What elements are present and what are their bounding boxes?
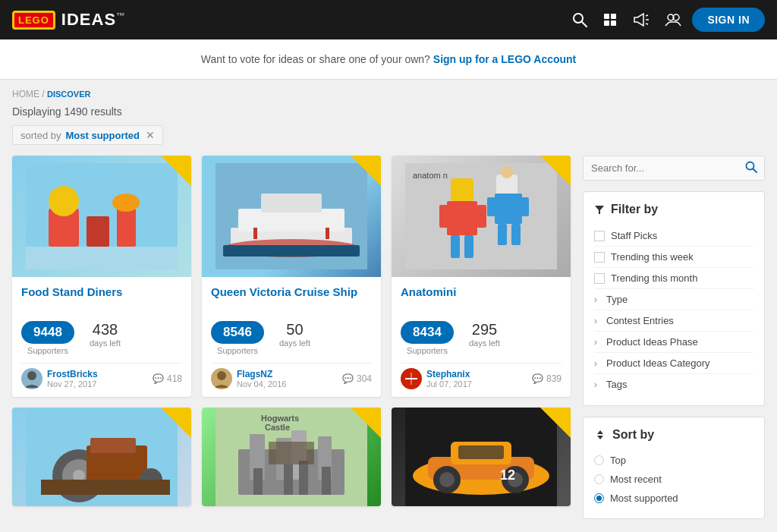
sidebar-search-icon[interactable] (745, 161, 757, 176)
card-stats: 8546 Supporters 50 days left (211, 321, 372, 355)
svg-rect-40 (487, 197, 495, 216)
svg-rect-65 (299, 461, 308, 495)
supporters-stat: 8434 Supporters (401, 321, 454, 355)
bookmark-badge (161, 156, 191, 186)
banner-text: Want to vote for ideas or share one of y… (201, 53, 430, 65)
author-date: Nov 04, 2016 (237, 379, 286, 389)
card-image-food (12, 156, 191, 277)
card-title[interactable]: Queen Victoria Cruise Ship (211, 285, 372, 312)
filter-item-type[interactable]: › Type (594, 289, 753, 310)
grid-icon (602, 12, 618, 27)
card-title[interactable]: Anatomini (401, 285, 562, 312)
bookmark-badge (540, 408, 571, 438)
svg-rect-41 (521, 197, 529, 216)
svg-rect-23 (261, 194, 322, 212)
content-area: Food Stand Diners 9448 Supporters 438 da… (12, 156, 765, 519)
filter-icon (594, 204, 605, 215)
filter-tag-value: Most supported (65, 130, 140, 141)
lego-logo: LEGO (12, 11, 55, 30)
card-author: Stephanix Jul 07, 2017 (401, 368, 472, 389)
card-image-anatomini: anatom n (392, 156, 571, 277)
sort-item-top[interactable]: Top (594, 451, 753, 470)
days-left-stat: 50 days left (279, 321, 310, 348)
author-avatar (21, 368, 42, 389)
svg-rect-64 (284, 464, 293, 495)
author-name[interactable]: FlagsNZ (237, 369, 286, 379)
breadcrumb-current: DISCOVER (47, 90, 90, 99)
svg-rect-32 (447, 201, 477, 235)
sort-section: Sort by Top Most recent Most supported (583, 417, 765, 519)
svg-marker-80 (595, 206, 604, 214)
supporters-label: Supporters (27, 346, 68, 355)
svg-marker-82 (597, 436, 603, 439)
tags-chevron-icon: › (594, 379, 597, 390)
filter-item-category[interactable]: › Product Ideas Category (594, 353, 753, 374)
sort-radio-most-supported[interactable] (594, 493, 604, 503)
svg-line-7 (646, 15, 648, 16)
card-image-car: 12 (392, 408, 571, 506)
svg-rect-52 (90, 438, 136, 453)
sort-item-recent[interactable]: Most recent (594, 470, 753, 489)
sort-radio-top[interactable] (594, 455, 604, 465)
svg-point-14 (49, 186, 79, 216)
svg-rect-77 (458, 445, 504, 459)
trending-week-checkbox[interactable] (594, 252, 605, 263)
sort-label-most-supported: Most supported (610, 493, 678, 504)
sidebar-search-input[interactable] (583, 156, 765, 181)
filter-item-phase[interactable]: › Product Ideas Phase (594, 332, 753, 353)
sort-radio-recent[interactable] (594, 474, 604, 484)
svg-rect-54 (41, 480, 170, 495)
type-chevron-icon: › (594, 294, 597, 305)
filter-item-contest[interactable]: › Contest Entries (594, 310, 753, 332)
days-left-stat: 438 days left (90, 321, 121, 348)
staff-picks-checkbox[interactable] (594, 231, 605, 241)
card-body: Food Stand Diners 9448 Supporters 438 da… (12, 277, 191, 397)
filter-label-tags: Tags (606, 379, 753, 390)
svg-rect-24 (253, 228, 257, 239)
svg-line-9 (646, 24, 648, 24)
card-title[interactable]: Food Stand Diners (21, 285, 182, 312)
product-row-1: Food Stand Diners 9448 Supporters 438 da… (12, 156, 571, 397)
author-info: FrostBricks Nov 27, 2017 (47, 369, 98, 389)
trademark-symbol: ™ (116, 11, 126, 21)
filter-tag-remove[interactable]: ✕ (146, 129, 155, 141)
notifications-button[interactable] (628, 8, 654, 32)
svg-rect-5 (611, 20, 616, 26)
filter-item-tags[interactable]: › Tags (594, 374, 753, 395)
svg-rect-67 (269, 442, 314, 464)
days-left-label: days left (90, 338, 121, 348)
filter-label-category: Product Ideas Category (606, 357, 753, 369)
bookmark-badge (351, 408, 381, 438)
filter-label-trending-month: Trending this month (611, 272, 753, 284)
sort-item-most-supported[interactable]: Most supported (594, 489, 753, 508)
grid-view-button[interactable] (598, 8, 622, 32)
card-body: Queen Victoria Cruise Ship 8546 Supporte… (202, 277, 381, 397)
days-left-count: 50 (286, 321, 303, 338)
filter-item-staff-picks[interactable]: Staff Picks (594, 225, 753, 247)
signup-link[interactable]: Sign up for a LEGO Account (433, 53, 576, 65)
search-button[interactable] (568, 8, 592, 32)
sign-in-button[interactable]: SIGN IN (692, 8, 765, 32)
comment-count: 💬 418 (153, 373, 182, 384)
svg-text:Castle: Castle (265, 423, 290, 432)
filter-item-trending-month[interactable]: Trending this month (594, 268, 753, 289)
svg-rect-2 (604, 14, 609, 19)
svg-rect-35 (451, 235, 460, 258)
sort-title: Sort by (594, 428, 753, 442)
header-logo-area: LEGO IDEAS™ (12, 10, 126, 30)
svg-point-17 (112, 194, 140, 212)
profile-button[interactable] (660, 8, 686, 32)
sort-label-recent: Most recent (610, 474, 662, 485)
author-name[interactable]: Stephanix (426, 369, 472, 379)
days-left-count: 438 (93, 321, 118, 338)
trending-month-checkbox[interactable] (594, 273, 605, 284)
filter-item-trending-week[interactable]: Trending this week (594, 247, 753, 268)
author-name[interactable]: FrostBricks (47, 369, 98, 379)
supporters-stat: 9448 Supporters (21, 321, 74, 355)
author-date: Jul 07, 2017 (426, 379, 472, 389)
svg-line-79 (753, 168, 757, 172)
svg-point-28 (217, 371, 226, 380)
sidebar-search-container (583, 156, 765, 181)
breadcrumb-home[interactable]: HOME (12, 89, 39, 99)
filter-tag-most-supported[interactable]: sorted by Most supported ✕ (12, 125, 163, 145)
